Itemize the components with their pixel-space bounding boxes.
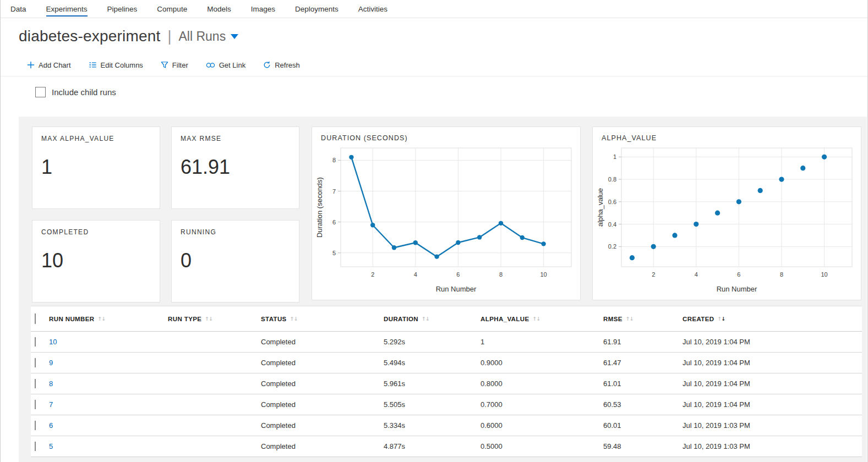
- row-checkbox[interactable]: [35, 442, 36, 451]
- tab-compute[interactable]: Compute: [157, 0, 187, 18]
- cell-run-number: 5: [49, 442, 168, 450]
- tab-deployments[interactable]: Deployments: [295, 0, 339, 18]
- table-row: 5Completed4.877s0.500059.48Jul 10, 2019 …: [31, 436, 862, 457]
- page-title: diabetes-experiment | All Runs: [19, 28, 238, 45]
- edit-columns-button[interactable]: Edit Columns: [89, 61, 143, 69]
- cell-duration: 5.494s: [384, 359, 481, 367]
- svg-text:6: 6: [737, 271, 740, 278]
- tab-data[interactable]: Data: [10, 0, 26, 18]
- row-checkbox[interactable]: [35, 358, 36, 367]
- cell-rmse: 61.91: [603, 338, 683, 346]
- toolbar: Add ChartEdit ColumnsFilterGet LinkRefre…: [27, 57, 300, 73]
- run-number-link[interactable]: 6: [49, 421, 53, 430]
- stat-card-value: 1: [41, 156, 160, 179]
- svg-text:0.8: 0.8: [608, 176, 616, 183]
- row-checkbox-cell: [31, 380, 49, 388]
- column-header-status[interactable]: STATUS↑↓: [261, 316, 384, 322]
- svg-text:0.6: 0.6: [608, 199, 616, 205]
- cell-alpha-value: 0.8000: [481, 380, 603, 388]
- run-number-link[interactable]: 8: [49, 380, 53, 388]
- cell-rmse: 59.48: [603, 442, 683, 450]
- cell-duration: 5.961s: [384, 380, 481, 388]
- column-header-label: CREATED: [683, 316, 714, 322]
- svg-text:6: 6: [332, 219, 336, 226]
- svg-text:5: 5: [332, 250, 336, 256]
- link-icon: [206, 62, 215, 68]
- add-chart-button[interactable]: Add Chart: [27, 61, 71, 69]
- sort-icon: ↑↓: [98, 316, 106, 322]
- sort-icon: ↑↓: [626, 316, 634, 322]
- column-header-alpha-value[interactable]: ALPHA_VALUE↑↓: [481, 316, 603, 322]
- svg-text:10: 10: [821, 271, 827, 278]
- row-checkbox-cell: [31, 338, 49, 346]
- filter-button[interactable]: Filter: [161, 61, 188, 69]
- alpha-value-chart-panel: ALPHA_VALUE0.20.40.60.81246810Run Number…: [592, 127, 861, 300]
- cell-rmse: 60.01: [603, 421, 683, 430]
- stat-card-label: RUNNING: [181, 228, 299, 236]
- app-window: DataExperimentsPipelinesComputeModelsIma…: [0, 0, 868, 462]
- runs-table: RUN NUMBER↑↓RUN TYPE↑↓STATUS↑↓DURATION↑↓…: [31, 306, 862, 457]
- svg-text:7: 7: [332, 188, 336, 195]
- cell-status: Completed: [261, 338, 384, 346]
- toolbar-button-label: Refresh: [275, 61, 300, 69]
- svg-text:4: 4: [695, 271, 698, 278]
- cell-status: Completed: [261, 421, 384, 430]
- cell-duration: 5.505s: [384, 400, 481, 409]
- y-axis-label: Duration (seconds): [315, 177, 324, 238]
- x-axis-label: Run Number: [717, 285, 757, 293]
- svg-text:1: 1: [613, 153, 616, 160]
- refresh-button[interactable]: Refresh: [263, 61, 300, 69]
- svg-text:6: 6: [456, 271, 460, 278]
- cell-run-number: 6: [49, 421, 168, 430]
- sort-icon: ↑↓: [422, 316, 429, 322]
- column-header-label: RMSE: [603, 316, 623, 322]
- view-selector-dropdown[interactable]: All Runs: [179, 29, 239, 44]
- tab-pipelines[interactable]: Pipelines: [107, 0, 138, 18]
- y-axis-label: alpha_value: [596, 188, 604, 227]
- include-child-runs-checkbox[interactable]: [35, 87, 46, 97]
- tab-experiments[interactable]: Experiments: [46, 0, 88, 18]
- cell-alpha-value: 0.7000: [481, 400, 603, 409]
- tab-images[interactable]: Images: [251, 0, 275, 18]
- column-header-run-type[interactable]: RUN TYPE↑↓: [168, 316, 261, 322]
- edit-columns-icon: [89, 61, 97, 69]
- row-checkbox-cell: [31, 442, 49, 450]
- refresh-icon: [263, 61, 271, 69]
- svg-text:2: 2: [371, 271, 374, 278]
- column-header-run-number[interactable]: RUN NUMBER↑↓: [49, 316, 168, 322]
- get-link-button[interactable]: Get Link: [206, 61, 245, 69]
- toolbar-button-label: Get Link: [219, 61, 245, 69]
- filter-icon: [161, 61, 168, 69]
- column-header-duration[interactable]: DURATION↑↓: [384, 316, 481, 322]
- column-header-rmse[interactable]: RMSE↑↓: [603, 316, 683, 322]
- cell-run-number: 7: [49, 400, 168, 409]
- stat-card-value: 10: [41, 249, 160, 272]
- row-checkbox[interactable]: [35, 400, 36, 409]
- cell-run-number: 10: [49, 338, 168, 346]
- tab-activities[interactable]: Activities: [358, 0, 387, 18]
- cell-rmse: 61.01: [603, 380, 683, 388]
- run-number-link[interactable]: 9: [49, 359, 53, 367]
- run-number-link[interactable]: 10: [49, 338, 57, 346]
- table-row: 8Completed5.961s0.800061.01Jul 10, 2019 …: [31, 373, 862, 394]
- select-all-checkbox[interactable]: [35, 314, 36, 324]
- cell-alpha-value: 0.6000: [481, 421, 603, 430]
- plus-icon: [27, 61, 35, 69]
- row-checkbox[interactable]: [35, 337, 36, 346]
- column-header-label: RUN NUMBER: [49, 316, 95, 322]
- cell-run-number: 8: [49, 380, 168, 388]
- cell-created: Jul 10, 2019 1:03 PM: [683, 442, 862, 450]
- tab-models[interactable]: Models: [207, 0, 231, 18]
- run-number-link[interactable]: 7: [49, 400, 53, 409]
- column-header-created[interactable]: CREATED↑↓: [683, 316, 862, 322]
- chart-title: DURATION (SECONDS): [321, 134, 408, 142]
- row-checkbox[interactable]: [35, 379, 36, 388]
- table-header-row: RUN NUMBER↑↓RUN TYPE↑↓STATUS↑↓DURATION↑↓…: [31, 306, 862, 332]
- view-selector-label: All Runs: [179, 29, 226, 44]
- column-header-label: STATUS: [261, 316, 287, 322]
- row-checkbox[interactable]: [35, 421, 36, 430]
- cell-created: Jul 10, 2019 1:04 PM: [683, 400, 862, 409]
- experiment-name: diabetes-experiment: [19, 28, 161, 45]
- toolbar-button-label: Edit Columns: [101, 61, 143, 69]
- run-number-link[interactable]: 5: [49, 442, 53, 450]
